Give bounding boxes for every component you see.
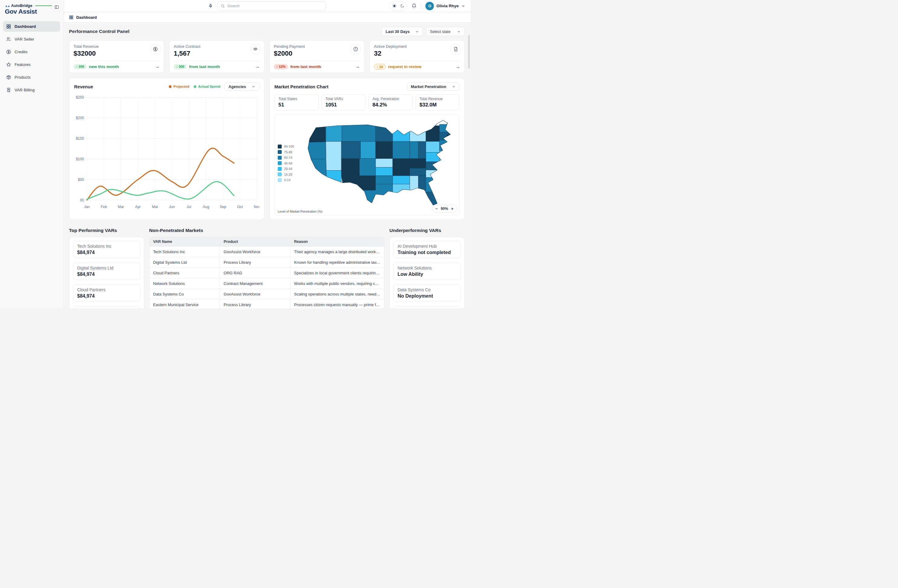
stat-label: Avg. Penetration xyxy=(372,97,409,101)
dollar-circle-icon-button[interactable] xyxy=(151,44,160,54)
list-item[interactable]: Cloud Partners $84,974 xyxy=(73,284,140,302)
stat-label: Total Revenue xyxy=(420,97,456,101)
zoom-in-button[interactable]: + xyxy=(451,206,454,211)
stat-value: $32.0M xyxy=(420,102,456,108)
legend-range: 15-28 xyxy=(284,172,292,176)
cell-product: Process Library xyxy=(220,257,291,268)
kpi-note: request in review xyxy=(388,64,421,69)
cell-var-name: Cloud Partners xyxy=(149,268,220,278)
sidebar-item-products[interactable]: Products xyxy=(3,72,60,83)
revenue-chart-card: Revenue Projected Actual Spend xyxy=(69,78,264,220)
scrollbar[interactable] xyxy=(468,35,470,69)
us-choropleth-map[interactable] xyxy=(297,115,458,208)
map-zoom-control: − 90% + xyxy=(432,205,457,213)
document-check-icon-button[interactable] xyxy=(451,44,461,54)
var-value: $84,974 xyxy=(77,250,136,255)
table-row[interactable]: Eastern Municipal Service Process Librar… xyxy=(149,299,384,309)
column-header[interactable]: Product xyxy=(220,237,291,247)
agencies-filter-select[interactable]: Agencies xyxy=(224,82,259,91)
sidebar-item-var-billing[interactable]: VAR Billing xyxy=(3,85,60,95)
kpi-badge: ↑ 10 xyxy=(374,64,386,69)
search-input[interactable] xyxy=(227,4,323,8)
arrow-right-icon[interactable]: → xyxy=(155,64,160,69)
legend-actual-dot xyxy=(194,85,196,88)
table-row[interactable]: Cloud Partners ORG RAG Specializes in lo… xyxy=(149,268,384,278)
arrow-right-icon[interactable]: → xyxy=(355,64,360,69)
list-item[interactable]: Network Solutions Low Ability xyxy=(393,263,461,280)
table-row[interactable]: Digital Systems Ltd Process Library Know… xyxy=(149,257,384,268)
list-item[interactable]: Digital Systems Ltd $84,974 xyxy=(73,263,140,280)
sun-icon xyxy=(392,4,397,8)
stat-value: 1051 xyxy=(326,102,362,108)
document-check-icon xyxy=(453,47,458,52)
pin-icon[interactable] xyxy=(208,4,213,8)
underperforming-title: Underperforming VARs xyxy=(389,228,465,233)
period-filter-select[interactable]: Last 30 Days xyxy=(382,27,423,36)
kpi-card-total-revenue: Total Revenue $32000 ↑ 300 new this mont… xyxy=(69,40,164,73)
list-item[interactable]: AI Development Hub Training not complete… xyxy=(393,241,461,258)
non-penetrated-section: Non-Penetrated Markets VAR Name Product … xyxy=(149,228,384,308)
stat-label: Total VARs xyxy=(326,97,362,101)
chevron-down-icon xyxy=(452,85,456,89)
market-metric-value: Market Penetration xyxy=(411,84,446,89)
svg-text:Jul: Jul xyxy=(187,204,191,209)
zoom-out-button[interactable]: − xyxy=(435,206,438,211)
brand-product: Gov Assist xyxy=(5,8,59,15)
cell-reason: Processes citizen requests manually — pr… xyxy=(291,299,384,309)
clock-icon-button[interactable] xyxy=(351,44,361,54)
var-value: $84,974 xyxy=(77,272,136,277)
arrow-right-icon[interactable]: → xyxy=(455,64,460,69)
market-metric-select[interactable]: Market Penetration xyxy=(407,82,460,91)
sidebar-item-features[interactable]: Features xyxy=(3,59,60,70)
sidebar-nav: Dashboard VAR Seller Credits Features Pr… xyxy=(0,21,63,95)
sidebar: ▲▲ AutoBridge Gov Assist Dashboard VAR S… xyxy=(0,0,63,308)
kpi-label: Total Revenue xyxy=(74,44,160,49)
clock-icon xyxy=(353,47,358,52)
user-menu[interactable]: O Olivia Rhye xyxy=(425,2,465,10)
bell-icon xyxy=(412,3,417,8)
breadcrumb-label[interactable]: Dashboard xyxy=(76,15,97,20)
chevron-down-icon xyxy=(457,30,461,34)
dollar-circle-icon xyxy=(6,49,11,54)
table-row[interactable]: Tech Solutions Inc GovAssist Workforce T… xyxy=(149,247,384,257)
light-mode-button[interactable] xyxy=(391,2,398,10)
sidebar-item-dashboard[interactable]: Dashboard xyxy=(3,21,60,32)
cell-var-name: Data Systems Co xyxy=(149,289,220,299)
dark-mode-button[interactable] xyxy=(398,2,406,10)
stat-avg-penetration: Avg. Penetration 84.2% xyxy=(369,94,413,111)
autobridge-logo-icon: ▲▲ xyxy=(5,4,10,8)
brand-underline xyxy=(35,5,52,6)
sidebar-item-var-seller[interactable]: VAR Seller xyxy=(3,34,60,45)
sidebar-item-label: Products xyxy=(14,75,31,80)
table-header-row: VAR Name Product Reason xyxy=(149,237,384,247)
kpi-value: $2000 xyxy=(274,50,360,57)
column-header[interactable]: Reason xyxy=(291,237,384,247)
list-item[interactable]: Smart Infrastructure Corp xyxy=(393,306,461,308)
list-item[interactable]: Data Systems Co No Deployment xyxy=(393,284,461,302)
zoom-level: 90% xyxy=(441,207,448,211)
handshake-icon-button[interactable] xyxy=(251,44,260,54)
cell-reason: Their agency manages a large distributed… xyxy=(291,247,384,257)
grid-icon xyxy=(6,24,11,29)
map-caption: Level of Market Penetration (%) xyxy=(278,210,323,213)
svg-text:$50: $50 xyxy=(78,177,84,181)
grid-icon xyxy=(69,15,74,20)
table-row[interactable]: Data Systems Co GovAssist Workforce Scal… xyxy=(149,289,384,299)
legend-actual: Actual Spend xyxy=(194,85,220,88)
legend-projected-dot xyxy=(169,85,172,88)
chevron-down-icon xyxy=(415,30,419,34)
sidebar-collapse-button[interactable] xyxy=(53,3,61,11)
svg-text:Mai: Mai xyxy=(152,204,158,209)
panel-left-icon xyxy=(54,5,59,9)
arrow-right-icon[interactable]: → xyxy=(255,64,260,69)
legend-projected: Projected xyxy=(169,85,189,88)
column-header[interactable]: VAR Name xyxy=(149,237,220,247)
table-row[interactable]: Network Solutions Contract Management Wo… xyxy=(149,278,384,289)
state-filter-select[interactable]: Select state xyxy=(426,27,465,36)
list-item[interactable]: Tech Solutions Inc $84,974 xyxy=(73,241,140,258)
notifications-button[interactable] xyxy=(412,3,417,8)
search-icon xyxy=(221,4,225,8)
svg-text:$250: $250 xyxy=(76,95,84,100)
list-item[interactable]: Innovative Tech Group xyxy=(73,306,140,308)
sidebar-item-credits[interactable]: Credits xyxy=(3,47,60,57)
